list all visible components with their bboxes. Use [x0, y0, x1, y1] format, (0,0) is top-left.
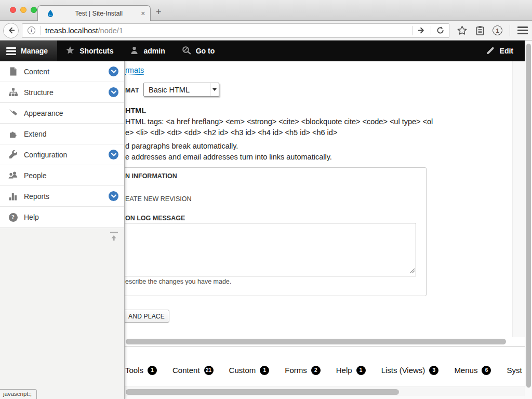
sidebar-item-label: Structure: [24, 88, 54, 97]
url-text: treasb.localhost/node/1: [45, 26, 407, 35]
user-label: admin: [143, 47, 165, 55]
sidebar-item-configuration[interactable]: Configuration: [0, 144, 124, 165]
shortcuts-label: Shortcuts: [79, 47, 113, 55]
sidebar-item-label: Help: [24, 213, 39, 221]
chevron-down-icon[interactable]: [109, 87, 118, 97]
urlbar-separator: [431, 26, 431, 35]
tab-forms[interactable]: Forms 2: [285, 366, 321, 375]
tab-menus[interactable]: Menus 6: [454, 366, 491, 375]
onepassword-extension-icon[interactable]: 1: [493, 25, 502, 35]
horizontal-scrollbar-thumb[interactable]: [126, 339, 506, 344]
vertical-scrollbar-track[interactable]: [525, 41, 532, 399]
file-icon: [8, 67, 18, 76]
bookmarks-clipboard-icon[interactable]: [475, 25, 485, 36]
sidebar-item-label: Appearance: [24, 109, 63, 117]
about-text-formats-link[interactable]: rmats: [125, 66, 144, 75]
manage-label: Manage: [21, 47, 48, 55]
revision-section-title: N INFORMATION: [125, 172, 177, 180]
sidebar-item-label: Extend: [24, 130, 47, 138]
select-dropdown-arrow: [210, 83, 219, 96]
back-button[interactable]: [3, 23, 19, 38]
horizontal-scrollbar-track[interactable]: [125, 387, 525, 396]
reload-button[interactable]: [436, 26, 445, 35]
edit-label: Edit: [500, 47, 513, 55]
horizontal-scrollbar-thumb[interactable]: [126, 389, 399, 395]
filter-tip-line: e addresses and email addresses turn int…: [125, 153, 332, 161]
browser-titlebar: Test | Site-Install × +: [0, 0, 532, 21]
save-and-place-button[interactable]: AND PLACE: [124, 310, 169, 323]
toggle-bar: [110, 232, 118, 233]
zoom-window-button[interactable]: [31, 7, 37, 13]
toolbar-item-edit[interactable]: Edit: [477, 41, 525, 61]
browser-menu-icon[interactable]: [517, 25, 528, 36]
people-icon: [8, 171, 18, 180]
chevron-down-icon[interactable]: [109, 66, 118, 76]
new-tab-button[interactable]: +: [156, 7, 162, 17]
tray-orientation-toggle[interactable]: [107, 232, 121, 245]
chevron-down-icon[interactable]: [109, 191, 118, 201]
toolbar-item-manage[interactable]: Manage: [0, 41, 57, 61]
count-badge: 1: [260, 366, 269, 375]
sitemap-icon: [8, 88, 18, 97]
tab-label: Menus: [454, 366, 477, 375]
tab-content[interactable]: Content 21: [172, 366, 214, 375]
tab-label: Content: [172, 366, 200, 375]
minimize-window-button[interactable]: [20, 7, 26, 13]
count-badge: 6: [482, 366, 491, 375]
site-info-icon[interactable]: i: [28, 26, 35, 34]
url-bar[interactable]: i treasb.localhost/node/1: [22, 23, 449, 38]
toolbar-item-shortcuts[interactable]: Shortcuts: [57, 41, 122, 61]
user-icon: [130, 46, 139, 56]
sidebar-item-content[interactable]: Content: [0, 61, 124, 82]
url-host: treasb.localhost: [45, 26, 98, 35]
arrow-up-icon: [110, 234, 117, 242]
browser-navigation-bar: i treasb.localhost/node/1 1: [0, 21, 532, 41]
link-status-tooltip: javascript:;: [0, 389, 37, 399]
text-format-select[interactable]: Basic HTML: [143, 83, 219, 97]
close-window-button[interactable]: [10, 7, 16, 13]
browser-tab[interactable]: Test | Site-Install ×: [37, 5, 151, 21]
filter-tip-line: d paragraphs break automatically.: [125, 142, 238, 150]
sidebar-item-structure[interactable]: Structure: [0, 82, 124, 103]
drupal-favicon: [46, 9, 55, 18]
browser-window: Test | Site-Install × + i treasb.localho…: [0, 0, 532, 399]
bar-chart-icon: [8, 192, 18, 201]
filter-tip-line: e> <li> <dl> <dt> <dd> <h2 id> <h3 id> <…: [125, 128, 337, 137]
toolbar-item-user[interactable]: admin: [122, 41, 173, 61]
puzzle-icon: [8, 129, 18, 139]
sidebar-item-people[interactable]: People: [0, 165, 124, 186]
filter-tip-line: HTML tags: <a href hreflang> <em> <stron…: [125, 117, 433, 126]
count-badge: 1: [148, 366, 157, 375]
tab-label: Forms: [285, 366, 307, 375]
help-icon: ?: [8, 212, 18, 222]
sidebar-item-reports[interactable]: Reports: [0, 186, 124, 207]
sidebar-item-extend[interactable]: Extend: [0, 124, 124, 144]
revision-log-label: ON LOG MESSAGE: [125, 215, 185, 222]
count-badge: 3: [429, 366, 438, 375]
revision-log-textarea[interactable]: [124, 223, 416, 276]
caret-down-icon: [212, 88, 217, 91]
url-path: /node/1: [98, 26, 123, 35]
tab-custom[interactable]: Custom 1: [229, 366, 270, 375]
goto-label: Go to: [196, 47, 215, 55]
tab-lists-views[interactable]: Lists (Views) 3: [381, 366, 439, 375]
close-tab-icon[interactable]: ×: [141, 9, 145, 17]
sidebar-item-help[interactable]: ? Help: [0, 207, 124, 228]
textarea-resize-grip[interactable]: [410, 266, 415, 275]
bookmark-star-icon[interactable]: [457, 25, 468, 36]
revision-log-wrapper: [124, 223, 416, 276]
sidebar-item-appearance[interactable]: Appearance: [0, 103, 124, 124]
vertical-scrollbar-thumb[interactable]: [526, 44, 531, 388]
chevron-down-icon[interactable]: [109, 150, 118, 159]
tab-tools[interactable]: Tools 1: [125, 366, 157, 375]
tab-label: Tools: [125, 366, 143, 375]
forward-button[interactable]: [417, 26, 426, 35]
tab-system[interactable]: Syst: [507, 366, 522, 375]
wrench-icon: [8, 150, 18, 159]
sidebar-item-label: Reports: [24, 192, 49, 201]
page-background-strip: [512, 61, 525, 337]
shortcuts-star-icon: [65, 46, 75, 57]
tab-help[interactable]: Help 1: [336, 366, 366, 375]
admin-menu-sidebar: Content Structure Appearance: [0, 61, 125, 399]
toolbar-item-goto[interactable]: Go to: [174, 41, 223, 61]
